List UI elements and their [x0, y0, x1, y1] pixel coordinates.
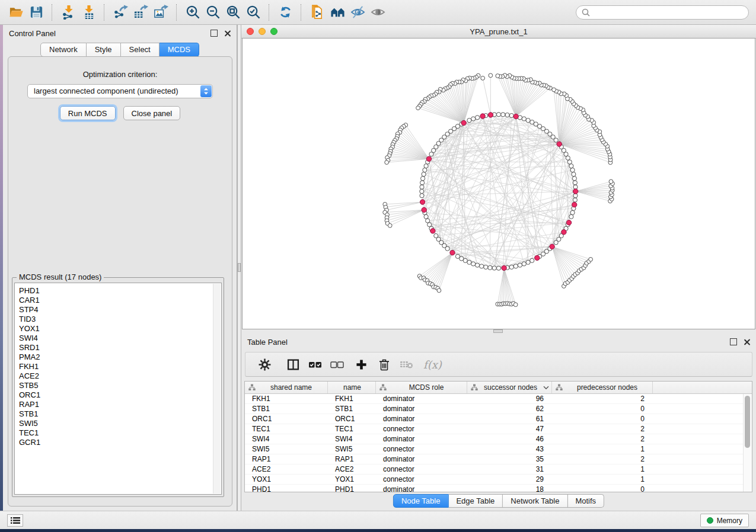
save-session-button[interactable]: [26, 3, 46, 22]
deselect-all-columns-button[interactable]: [330, 360, 344, 369]
tab-style[interactable]: Style: [87, 43, 121, 57]
result-list-item[interactable]: FKH1: [19, 362, 212, 371]
table-scrollbar[interactable]: [743, 394, 752, 492]
table-cell[interactable]: YOX1: [328, 475, 376, 484]
result-list-item[interactable]: CAR1: [19, 296, 212, 305]
table-cell[interactable]: PHD1: [328, 485, 376, 492]
tab-network-table[interactable]: Network Table: [503, 494, 567, 508]
hide-selected-button[interactable]: [347, 3, 368, 22]
export-image-button[interactable]: [151, 3, 171, 22]
table-cell[interactable]: 0: [552, 404, 653, 414]
table-cell[interactable]: dominator: [376, 404, 467, 414]
import-network-button[interactable]: [58, 3, 78, 22]
column-header-successor-nodes[interactable]: successor nodes: [467, 382, 552, 393]
table-cell[interactable]: FKH1: [328, 394, 376, 403]
function-builder-button[interactable]: f(x): [423, 358, 442, 371]
table-cell[interactable]: SWI4: [245, 434, 328, 444]
table-cell[interactable]: dominator: [376, 414, 467, 424]
table-cell[interactable]: 0: [552, 414, 653, 424]
close-panel-icon[interactable]: [744, 339, 750, 345]
column-header-MCDS-role[interactable]: MCDS role: [376, 382, 467, 393]
zoom-fit-button[interactable]: [223, 3, 243, 22]
result-list-scrollbar[interactable]: [213, 284, 221, 493]
table-cell[interactable]: RAP1: [245, 454, 328, 464]
table-cell[interactable]: 47: [467, 424, 552, 434]
network-canvas[interactable]: [242, 38, 755, 329]
optimization-criterion-select[interactable]: largest connected component (undirected): [27, 84, 213, 98]
table-cell[interactable]: 2: [552, 394, 653, 403]
column-header-shared-name[interactable]: shared name: [245, 382, 328, 393]
first-neighbors-button[interactable]: [327, 3, 347, 22]
result-list-item[interactable]: SWI5: [19, 419, 212, 428]
tab-select[interactable]: Select: [121, 43, 160, 57]
table-row[interactable]: RAP1RAP1dominator352: [245, 454, 744, 464]
table-row[interactable]: PHD1PHD1dominator180: [245, 485, 744, 492]
result-list-item[interactable]: STB5: [19, 381, 212, 390]
delete-table-button[interactable]: [400, 360, 414, 369]
table-cell[interactable]: ACE2: [328, 464, 376, 474]
result-list-item[interactable]: TEC1: [19, 428, 212, 438]
table-cell[interactable]: TEC1: [245, 424, 328, 434]
close-panel-button[interactable]: Close panel: [123, 106, 181, 120]
table-cell[interactable]: 31: [467, 464, 552, 474]
table-cell[interactable]: ORC1: [328, 414, 376, 424]
tab-mcds[interactable]: MCDS: [160, 43, 199, 57]
table-row[interactable]: SWI4SWI4dominator462: [245, 434, 744, 444]
table-cell[interactable]: 29: [467, 475, 552, 484]
result-list-item[interactable]: PMA2: [19, 352, 212, 362]
result-list-item[interactable]: TID3: [19, 315, 212, 324]
result-list-item[interactable]: SWI4: [19, 334, 212, 343]
maximize-window-icon[interactable]: [270, 28, 277, 35]
select-all-columns-button[interactable]: [308, 360, 322, 369]
search-input[interactable]: [594, 7, 743, 17]
minimize-window-icon[interactable]: [259, 28, 266, 35]
table-row[interactable]: STB1STB1dominator620: [245, 404, 744, 414]
table-cell[interactable]: 43: [467, 444, 552, 454]
table-cell[interactable]: dominator: [376, 434, 467, 444]
export-network-button[interactable]: [110, 3, 130, 22]
table-cell[interactable]: connector: [376, 475, 467, 484]
table-cell[interactable]: 2: [552, 424, 653, 434]
float-panel-icon[interactable]: [730, 338, 737, 345]
result-list-item[interactable]: ORC1: [19, 390, 212, 400]
table-cell[interactable]: SWI5: [245, 444, 328, 454]
table-cell[interactable]: 1: [552, 444, 653, 454]
table-cell[interactable]: connector: [376, 464, 467, 474]
result-list-item[interactable]: PHD1: [19, 286, 212, 296]
table-cell[interactable]: ACE2: [245, 464, 328, 474]
result-list-item[interactable]: YOX1: [19, 324, 212, 334]
table-cell[interactable]: 46: [467, 434, 552, 444]
result-list-item[interactable]: STB1: [19, 409, 212, 419]
column-layout-button[interactable]: [287, 358, 299, 371]
table-cell[interactable]: dominator: [376, 485, 467, 492]
table-cell[interactable]: FKH1: [245, 394, 328, 403]
table-cell[interactable]: 35: [467, 454, 552, 464]
table-scrollbar-thumb[interactable]: [745, 396, 750, 448]
tab-network[interactable]: Network: [40, 43, 87, 57]
table-cell[interactable]: connector: [376, 424, 467, 434]
table-row[interactable]: YOX1YOX1connector291: [245, 475, 744, 485]
table-cell[interactable]: 1: [552, 475, 653, 484]
table-cell[interactable]: SWI4: [328, 434, 376, 444]
result-list-item[interactable]: ACE2: [19, 371, 212, 381]
table-cell[interactable]: 61: [467, 414, 552, 424]
close-panel-icon[interactable]: [224, 30, 231, 37]
zoom-in-button[interactable]: [183, 3, 203, 22]
table-row[interactable]: ACE2ACE2connector311: [245, 464, 744, 475]
zoom-selected-button[interactable]: [243, 3, 263, 22]
result-list-item[interactable]: GCR1: [19, 438, 212, 447]
table-cell[interactable]: 96: [467, 394, 552, 403]
delete-column-button[interactable]: [378, 358, 390, 371]
result-list-item[interactable]: SRD1: [19, 343, 212, 352]
table-cell[interactable]: 18: [467, 485, 552, 492]
column-header-predecessor-nodes[interactable]: predecessor nodes: [552, 382, 653, 393]
memory-button[interactable]: Memory: [700, 514, 749, 527]
network-from-selection-button[interactable]: [307, 3, 327, 22]
tab-node-table[interactable]: Node Table: [393, 494, 449, 508]
zoom-out-button[interactable]: [203, 3, 223, 22]
table-cell[interactable]: SWI5: [328, 444, 376, 454]
table-cell[interactable]: PHD1: [245, 485, 328, 492]
close-window-icon[interactable]: [247, 28, 254, 35]
table-cell[interactable]: YOX1: [245, 475, 328, 484]
table-row[interactable]: SWI5SWI5connector431: [245, 444, 744, 454]
